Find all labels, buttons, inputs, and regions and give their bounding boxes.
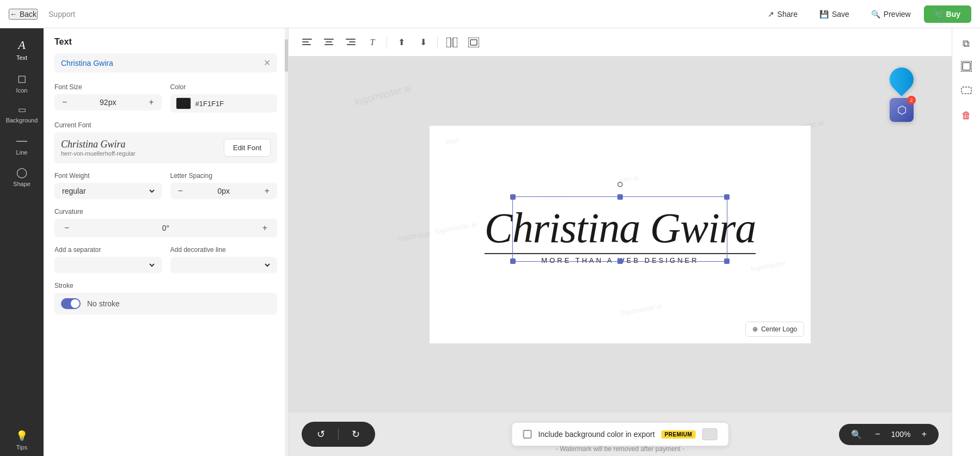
logo-main-text: Christina Gwira: [485, 205, 756, 255]
canvas-bottom: ↺ ↻ Include background color in export P…: [289, 412, 952, 456]
toolbar-text-edit[interactable]: T: [363, 33, 382, 52]
preview-button[interactable]: 🔍 Preview: [862, 5, 920, 23]
stroke-toggle[interactable]: [61, 298, 81, 309]
handle-tr[interactable]: [724, 194, 730, 200]
zoom-search-button[interactable]: 🔍: [848, 428, 865, 441]
svg-rect-10: [453, 38, 457, 47]
curvature-value: 0°: [74, 224, 258, 232]
undo-button[interactable]: ↺: [313, 426, 329, 442]
back-button[interactable]: ← Back: [9, 9, 38, 20]
add-decorative-select[interactable]: [176, 260, 272, 270]
font-size-decrement[interactable]: −: [59, 96, 70, 108]
font-weight-select-row: regular bold light: [54, 183, 162, 199]
bg-color-swatch[interactable]: [702, 428, 717, 440]
toolbar-align-left[interactable]: [297, 33, 317, 52]
sidebar-item-shape[interactable]: ◯ Shape: [0, 161, 44, 193]
logo-sub-text: MORE THAN A WEB DESIGNER: [541, 256, 699, 264]
font-size-stepper: − 92px +: [54, 94, 162, 110]
layer-button[interactable]: [955, 81, 977, 102]
add-separator-select-row: [54, 257, 162, 273]
bg-color-checkbox[interactable]: [523, 430, 532, 439]
curvature-decrement[interactable]: −: [60, 222, 74, 234]
premium-bar: Include background color in export PREMI…: [512, 422, 729, 446]
watermark-note: - Watermark will be removed after paymen…: [556, 445, 684, 453]
sidebar-item-tips[interactable]: 💡 Tips: [0, 424, 44, 456]
save-icon: 💾: [819, 10, 829, 19]
color-swatch[interactable]: [176, 97, 191, 109]
font-preview: Christina Gwira herr-von-muellerhoff-reg…: [61, 139, 217, 157]
center-logo-button[interactable]: ⊕ Center Logo: [745, 322, 804, 337]
svg-rect-9: [446, 38, 451, 47]
svg-rect-15: [961, 87, 971, 94]
svg-rect-7: [349, 41, 356, 42]
font-preview-name: Christina Gwira: [61, 139, 217, 150]
bg-color-label: Include background color in export: [538, 430, 655, 439]
add-separator-select[interactable]: [60, 260, 156, 270]
weight-spacing-row: Font Weight regular bold light Letter Sp…: [54, 172, 277, 199]
letter-spacing-increment[interactable]: +: [261, 185, 273, 197]
toolbar-split[interactable]: [442, 33, 462, 52]
handle-tl[interactable]: [510, 194, 516, 200]
buy-button[interactable]: 🛒 Buy: [924, 5, 971, 23]
zoom-out-button[interactable]: −: [872, 428, 883, 440]
canvas-toolbar: T ⬆ ⬇: [289, 28, 952, 57]
sidebar-item-background[interactable]: ▭ Background: [0, 99, 44, 129]
canvas-area: 💡 T ⬆ ⬇ log: [289, 28, 952, 456]
copy-icon: ⧉: [963, 38, 970, 50]
text-input[interactable]: [61, 59, 259, 67]
share-button[interactable]: ↗ Share: [759, 5, 806, 23]
separator-decorative-row: Add a separator Add decorative line: [54, 246, 277, 273]
sidebar-item-icon[interactable]: ◻ Icon: [0, 66, 44, 99]
color-picker-row[interactable]: #1F1F1F: [170, 94, 278, 113]
toolbar-align-bottom[interactable]: ⬇: [413, 33, 433, 52]
arrange-button[interactable]: [955, 57, 977, 78]
curvature-stepper: − 0° +: [54, 219, 277, 237]
save-button[interactable]: 💾 Save: [811, 5, 858, 23]
toolbar-divider-2: [437, 36, 438, 49]
canvas-workspace[interactable]: logomaster.ai logomaster.ai logomaster.a…: [289, 57, 952, 412]
handle-top[interactable]: [617, 194, 623, 200]
rotate-handle[interactable]: [617, 182, 623, 187]
floating-droplet[interactable]: [885, 63, 918, 96]
icon-sidebar: A Text ◻ Icon ▭ Background — Line ◯ Shap…: [0, 28, 44, 456]
main-area: A Text ◻ Icon ▭ Background — Line ◯ Shap…: [0, 28, 980, 456]
svg-rect-3: [324, 39, 334, 40]
handle-br[interactable]: [724, 258, 730, 264]
svg-rect-0: [302, 39, 312, 40]
floating-cube[interactable]: ⬡ 2: [890, 98, 914, 122]
svg-rect-12: [470, 40, 477, 45]
letter-spacing-stepper: − 0px +: [170, 183, 278, 199]
delete-button[interactable]: 🗑: [955, 104, 977, 126]
logo-content: Christina Gwira MORE THAN A WEB DESIGNER: [485, 205, 756, 265]
premium-badge: PREMIUM: [661, 430, 696, 439]
curvature-label: Curvature: [54, 208, 277, 215]
cube-badge: 2: [907, 96, 916, 104]
letter-spacing-decrement[interactable]: −: [175, 185, 186, 197]
svg-rect-6: [346, 39, 356, 40]
font-weight-select[interactable]: regular bold light: [60, 186, 156, 196]
letter-spacing-col: Letter Spacing − 0px +: [170, 172, 278, 199]
toggle-knob: [71, 299, 79, 308]
sidebar-item-text[interactable]: A Text: [0, 33, 44, 66]
scroll-track[interactable]: [285, 28, 288, 456]
font-size-label: Font Size: [54, 83, 162, 91]
toolbar-align-right[interactable]: [341, 33, 360, 52]
support-link[interactable]: Support: [48, 10, 75, 19]
toolbar-arrange[interactable]: [464, 33, 483, 52]
svg-rect-8: [347, 44, 356, 45]
handle-bl[interactable]: [510, 258, 516, 264]
clear-text-button[interactable]: ✕: [264, 58, 271, 68]
font-size-color-row: Font Size − 92px + Color #1F1F1F: [54, 83, 277, 113]
zoom-in-button[interactable]: +: [918, 428, 930, 440]
redo-button[interactable]: ↻: [347, 426, 364, 442]
curvature-increment[interactable]: +: [258, 222, 272, 234]
font-size-increment[interactable]: +: [145, 96, 157, 108]
toolbar-align-center[interactable]: [319, 33, 339, 52]
cube-icon: ⬡: [897, 103, 906, 116]
copy-button[interactable]: ⧉: [955, 33, 977, 54]
toolbar-align-top[interactable]: ⬆: [391, 33, 411, 52]
sidebar-item-line[interactable]: — Line: [0, 129, 44, 161]
add-decorative-col: Add decorative line: [170, 246, 278, 273]
tips-icon: 💡: [16, 430, 28, 442]
edit-font-button[interactable]: Edit Font: [224, 139, 271, 157]
